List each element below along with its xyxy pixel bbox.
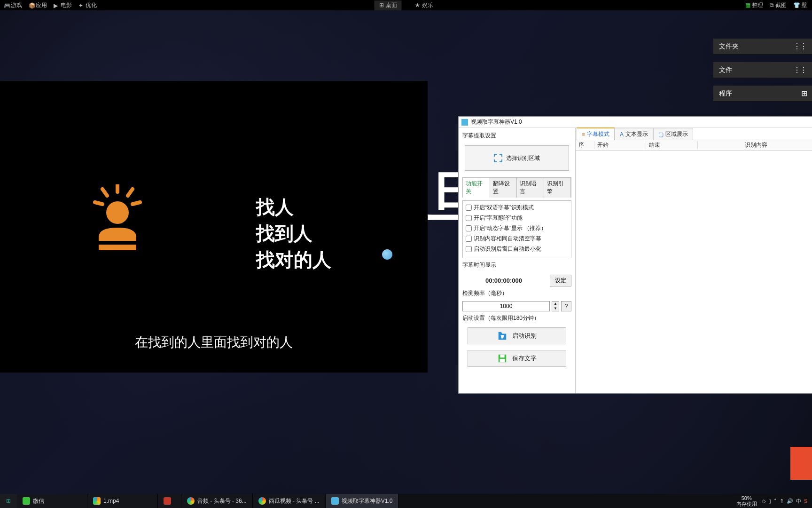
- memory-usage[interactable]: 50% 内存使用: [736, 495, 757, 507]
- windows-icon: ⊞: [379, 2, 384, 8]
- tray-icons: ◇ ▯ ˄ ⇑ 🔊 中 S: [762, 498, 807, 505]
- taskbar-audio[interactable]: 音频 - 头条号 - 36...: [181, 494, 253, 508]
- tray-icon[interactable]: ◇: [762, 498, 765, 504]
- mode-tab-area[interactable]: ▢区域展示: [653, 128, 693, 140]
- svg-rect-9: [500, 359, 505, 362]
- tray-volume-icon[interactable]: 🔊: [787, 498, 793, 504]
- mode-tab-subtitle[interactable]: ≡字幕模式: [577, 127, 615, 140]
- table-body[interactable]: [576, 151, 812, 393]
- wechat-icon: [23, 497, 30, 505]
- section-start-label: 启动设置（每次限用180分钟）: [462, 314, 571, 322]
- svg-line-4: [133, 202, 140, 204]
- mode-tab-text[interactable]: A文本显示: [615, 128, 653, 140]
- app-title: 视频取字幕神器V1.0: [471, 118, 522, 126]
- tab-function[interactable]: 功能开关: [463, 178, 490, 198]
- check-bilingual[interactable]: 开启“双语字幕”识别模式: [466, 204, 568, 212]
- app-icon: [461, 119, 468, 126]
- checkbox-panel: 开启“双语字幕”识别模式 开启“字幕翻译”功能 开启“动态字幕”显示 （推荐） …: [462, 200, 571, 258]
- start-recognition-button[interactable]: 启动识别: [468, 327, 566, 344]
- select-area-button[interactable]: 选择识别区域: [465, 145, 569, 171]
- tab-translate[interactable]: 翻译设置: [490, 178, 517, 198]
- tray-chevron-icon[interactable]: ˄: [774, 498, 777, 504]
- svg-rect-6: [99, 241, 136, 245]
- start-button[interactable]: ⊞: [0, 494, 17, 508]
- taskbar: ⊞ 微信 1.mp4 音频 - 头条号 - 36... 西瓜视频 - 头条号 .…: [0, 494, 812, 508]
- list-icon: ≡: [582, 131, 585, 138]
- topbar-games[interactable]: 🎮游戏: [4, 1, 22, 9]
- check-clear[interactable]: 识别内容相同自动清空字幕: [466, 235, 568, 243]
- taskbar-mp4[interactable]: 1.mp4: [87, 494, 158, 508]
- subtitle-app-window: 视频取字幕神器V1.0 字幕提取设置 选择识别区域 功能开关 翻译设置 识别语言…: [458, 116, 812, 394]
- svg-line-3: [95, 202, 102, 204]
- video-marker[interactable]: [382, 249, 392, 260]
- person-idea-icon: [89, 184, 146, 250]
- section-extract-label: 字幕提取设置: [462, 132, 571, 140]
- section-freq-label: 检测频率（毫秒）: [462, 289, 571, 297]
- selection-icon: [494, 154, 502, 162]
- check-dynamic[interactable]: 开启“动态字幕”显示 （推荐）: [466, 224, 568, 232]
- taskbar-item-3[interactable]: [158, 494, 181, 508]
- corner-logo[interactable]: [790, 447, 812, 480]
- check-translate[interactable]: 开启“字幕翻译”功能: [466, 214, 568, 222]
- app-icon: [164, 497, 171, 505]
- freq-spinner[interactable]: ▲▼: [552, 301, 559, 311]
- mode-tabs: ≡字幕模式 A文本显示 ▢区域展示: [576, 128, 812, 140]
- taskbar-wechat[interactable]: 微信: [17, 494, 87, 508]
- save-icon: [497, 353, 508, 364]
- grid-icon[interactable]: ⊞: [801, 89, 806, 98]
- chrome-icon: [258, 497, 266, 505]
- tray-ime-icon[interactable]: 中: [796, 498, 801, 505]
- topbar-arrange[interactable]: ▦整理: [745, 1, 763, 9]
- topbar-wallpaper[interactable]: 👕壁: [793, 1, 807, 9]
- section-time-label: 字幕时间显示: [462, 261, 571, 269]
- check-minimize[interactable]: 启动识别后窗口自动最小化: [466, 245, 568, 253]
- menu-icon[interactable]: ⋮⋮: [793, 42, 806, 51]
- shortcut-folder[interactable]: 文件夹⋮⋮: [713, 39, 812, 55]
- taskbar-subtitle-app[interactable]: 视频取字幕神器V1.0: [326, 494, 399, 508]
- svg-line-1: [102, 189, 107, 196]
- svg-rect-8: [500, 355, 504, 357]
- topbar-screenshot[interactable]: ⧉截图: [770, 1, 787, 9]
- time-set-button[interactable]: 设定: [550, 275, 571, 286]
- svg-line-2: [128, 189, 133, 196]
- tray-wifi-icon[interactable]: ⇑: [780, 498, 784, 504]
- text-icon: A: [620, 131, 624, 138]
- tab-engine[interactable]: 识别引擎: [544, 178, 571, 198]
- area-icon: ▢: [658, 131, 664, 138]
- player-icon: [93, 497, 101, 505]
- topbar-tab-desktop[interactable]: ⊞桌面: [375, 0, 402, 10]
- desktop-area[interactable]: 文件夹⋮⋮ 文件⋮⋮ 程序⊞ 旦 找人 找到人 找对的人: [0, 10, 812, 494]
- table-header: 序 开始 结束 识别内容: [576, 140, 812, 151]
- system-tray: 50% 内存使用 ◇ ▯ ˄ ⇑ 🔊 中 S: [732, 495, 812, 507]
- video-subtitle: 在找到的人里面找到对的人: [0, 333, 428, 351]
- video-player-window[interactable]: 找人 找到人 找对的人 在找到的人里面找到对的人: [0, 81, 428, 373]
- tray-icon[interactable]: S: [804, 498, 807, 504]
- tab-language[interactable]: 识别语言: [517, 178, 544, 198]
- col-start: 开始: [594, 141, 646, 149]
- topbar-movies[interactable]: ▶电影: [54, 1, 72, 9]
- topbar-apps[interactable]: 📦应用: [29, 1, 47, 9]
- shortcut-program[interactable]: 程序⊞: [713, 86, 812, 102]
- col-seq: 序: [576, 141, 594, 149]
- tray-icon[interactable]: ▯: [768, 498, 771, 504]
- menu-icon[interactable]: ⋮⋮: [793, 65, 806, 74]
- topbar-tab-fun[interactable]: ★娱乐: [410, 0, 438, 10]
- topbar-right: ▦整理 ⧉截图 👕壁: [745, 1, 812, 9]
- shortcut-file[interactable]: 文件⋮⋮: [713, 62, 812, 78]
- topbar-optimize[interactable]: ✦优化: [78, 1, 97, 9]
- app-right-panel: ≡字幕模式 A文本显示 ▢区域展示 序 开始 结束 识别内容: [575, 128, 812, 393]
- windows-icon: ⊞: [6, 498, 11, 504]
- video-content: 找人 找到人 找对的人: [0, 100, 428, 316]
- taskbar-xigua[interactable]: 西瓜视频 - 头条号 ...: [253, 494, 326, 508]
- svg-point-5: [106, 201, 129, 224]
- chrome-icon: [187, 497, 195, 505]
- video-headline: 找人 找到人 找对的人: [256, 194, 331, 273]
- col-end: 结束: [646, 141, 698, 149]
- freq-help-button[interactable]: ?: [561, 301, 571, 311]
- desktop-topbar: 🎮游戏 📦应用 ▶电影 ✦优化 ⊞桌面 ★娱乐 ▦整理 ⧉截图 👕壁: [0, 0, 812, 10]
- col-content: 识别内容: [698, 141, 812, 149]
- freq-input[interactable]: [462, 301, 550, 311]
- save-text-button[interactable]: 保存文字: [468, 350, 566, 367]
- app-titlebar[interactable]: 视频取字幕神器V1.0: [459, 117, 812, 128]
- star-icon: ★: [415, 2, 420, 8]
